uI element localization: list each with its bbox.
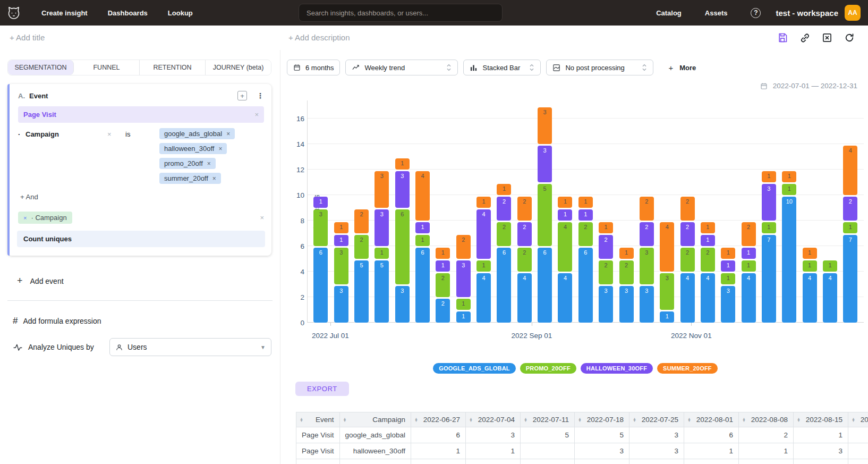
segment-promo_20off[interactable]: 4 (558, 222, 572, 272)
segment-summer_20off[interactable]: 1 (782, 171, 796, 182)
bar-2022-12-19[interactable]: 41 (823, 259, 837, 323)
segment-promo_20off[interactable]: 1 (823, 260, 837, 272)
segment-google_ads_global[interactable]: 3 (395, 286, 410, 323)
segment-google_ads_global[interactable]: 6 (415, 248, 430, 323)
segment-promo_20off[interactable]: 1 (456, 299, 471, 310)
segment-promo_20off[interactable]: 1 (803, 260, 817, 272)
segment-summer_20off[interactable]: 2 (456, 235, 471, 259)
bar-2022-08-29[interactable]: 6221 (497, 182, 511, 323)
workspace-name[interactable]: test - workspace (776, 9, 838, 18)
segment-google_ads_global[interactable]: 4 (823, 273, 837, 323)
bar-2022-07-18[interactable]: 5133 (375, 170, 389, 323)
segment-summer_20off[interactable]: 4 (660, 222, 674, 272)
remove-value-icon[interactable]: × (207, 160, 211, 167)
segment-promo_20off[interactable]: 2 (497, 222, 511, 246)
filter-operator[interactable]: is (118, 130, 159, 138)
remove-event-icon[interactable]: × (254, 111, 259, 119)
sort-icon[interactable]: ▲▼ (687, 418, 691, 422)
segment-google_ads_global[interactable]: 4 (558, 273, 572, 323)
segment-summer_20off[interactable]: 1 (497, 184, 511, 195)
tab-journey-beta-[interactable]: JOURNEY (beta) (206, 60, 271, 75)
segment-halloween_30off[interactable]: 1 (721, 260, 735, 272)
segment-halloween_30off[interactable]: 1 (701, 235, 715, 246)
sort-icon[interactable]: ▲▼ (469, 418, 473, 422)
segment-halloween_30off[interactable]: 4 (476, 209, 491, 259)
nav-catalog[interactable]: Catalog (656, 9, 682, 17)
sort-icon[interactable]: ▲▼ (852, 418, 855, 422)
event-selector[interactable]: Page Visit × (18, 106, 264, 123)
add-description-field[interactable]: + Add description (288, 33, 350, 42)
bar-2022-07-04[interactable]: 3311 (334, 221, 348, 323)
global-search-input[interactable] (299, 4, 503, 22)
bar-2022-11-07[interactable]: 4211 (701, 221, 715, 323)
bar-2022-10-17[interactable]: 3322 (640, 195, 654, 323)
segment-promo_20off[interactable]: 2 (619, 260, 634, 284)
bar-2022-10-10[interactable]: 321 (619, 246, 634, 323)
segment-google_ads_global[interactable]: 4 (680, 273, 695, 323)
segment-google_ads_global[interactable]: 6 (497, 248, 511, 323)
segment-google_ads_global[interactable]: 3 (334, 286, 348, 323)
segment-halloween_30off[interactable]: 2 (640, 222, 654, 246)
sort-icon[interactable]: ▲▼ (633, 418, 636, 422)
legend-pill-promo_20off[interactable]: PROMO_20OFF (520, 363, 576, 374)
segment-promo_20off[interactable]: 3 (334, 248, 348, 284)
segment-summer_20off[interactable]: 1 (578, 197, 593, 208)
remove-value-icon[interactable]: × (212, 175, 216, 182)
bar-2022-09-12[interactable]: 6533 (538, 106, 552, 323)
segment-summer_20off[interactable]: 2 (680, 197, 695, 221)
bar-2022-07-25[interactable]: 3631 (395, 157, 410, 323)
segment-promo_20off[interactable]: 2 (680, 248, 695, 272)
period-button[interactable]: 6 months (287, 60, 340, 75)
segment-summer_20off[interactable]: 3 (375, 171, 389, 208)
trend-select[interactable]: Weekly trend (345, 60, 458, 75)
filter-property[interactable]: Campaign (18, 130, 107, 138)
bar-2022-09-05[interactable]: 4222 (517, 195, 532, 323)
bar-2022-07-11[interactable]: 522 (354, 208, 369, 323)
segment-halloween_30off[interactable]: 3 (456, 260, 471, 297)
segment-summer_20off[interactable]: 4 (843, 146, 857, 195)
segment-halloween_30off[interactable]: 1 (313, 197, 328, 208)
column-header-campaign[interactable]: ▲▼Campaign (339, 412, 411, 427)
segment-halloween_30off[interactable]: 1 (578, 209, 593, 221)
segment-google_ads_global[interactable]: 4 (476, 273, 491, 323)
segment-promo_20off[interactable]: 1 (843, 222, 857, 233)
segment-promo_20off[interactable]: 1 (742, 260, 756, 272)
bar-2022-10-24[interactable]: 134 (660, 221, 674, 323)
date-range-display[interactable]: 2022-07-01 — 2022-12-31 (287, 82, 857, 90)
bar-2022-06-27[interactable]: 631 (313, 195, 328, 323)
sort-icon[interactable]: ▲▼ (797, 418, 801, 422)
segment-summer_20off[interactable]: 1 (803, 248, 817, 259)
refresh-icon[interactable] (844, 32, 855, 44)
add-event-button[interactable]: + Add event (17, 275, 271, 286)
bar-2022-08-15[interactable]: 1132 (456, 233, 471, 323)
segment-summer_20off[interactable]: 1 (558, 197, 572, 208)
bar-2022-10-03[interactable]: 3221 (599, 221, 613, 323)
segment-halloween_30off[interactable]: 2 (843, 197, 857, 221)
segment-summer_20off[interactable]: 1 (436, 248, 450, 259)
segment-halloween_30off[interactable]: 2 (680, 222, 695, 246)
bar-2022-11-21[interactable]: 4112 (742, 221, 756, 323)
add-and-condition[interactable]: + And (20, 193, 264, 201)
tab-segmentation[interactable]: SEGMENTATION (8, 60, 74, 75)
segment-halloween_30off[interactable]: 1 (436, 260, 450, 272)
column-header-2022-08-22[interactable]: ▲▼2022-08-22 (848, 412, 868, 427)
segment-promo_20off[interactable]: 1 (476, 260, 491, 272)
legend-pill-google_ads_global[interactable]: GOOGLE_ADS_GLOBAL (433, 363, 516, 374)
sort-icon[interactable]: ▲▼ (343, 418, 347, 422)
bar-2022-12-26[interactable]: 7124 (843, 144, 857, 323)
segment-google_ads_global[interactable]: 2 (436, 299, 450, 323)
filter-value-tag[interactable]: promo_20off× (159, 158, 216, 169)
segment-halloween_30off[interactable]: 2 (497, 197, 511, 221)
segment-google_ads_global[interactable]: 7 (843, 235, 857, 323)
tab-retention[interactable]: RETENTION (140, 60, 206, 75)
segment-summer_20off[interactable]: 1 (599, 222, 613, 233)
segment-google_ads_global[interactable]: 4 (701, 273, 715, 323)
column-header-2022-07-18[interactable]: ▲▼2022-07-18 (574, 412, 629, 427)
save-icon[interactable] (777, 32, 788, 44)
event-menu-icon[interactable]: ⋮ (257, 94, 264, 97)
cat-logo-icon[interactable] (6, 5, 21, 20)
segment-summer_20off[interactable]: 2 (742, 222, 756, 246)
segment-promo_20off[interactable]: 2 (599, 260, 613, 284)
segment-google_ads_global[interactable]: 3 (640, 286, 654, 323)
export-button[interactable]: EXPORT (295, 382, 349, 396)
